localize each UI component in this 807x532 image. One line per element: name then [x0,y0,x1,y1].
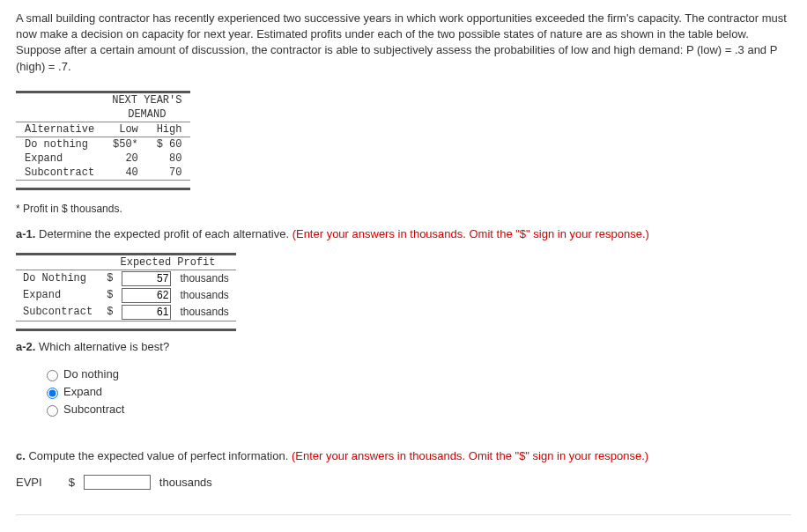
evpi-label: EVPI [16,476,42,489]
divider [16,514,791,515]
dollar-sign: $ [100,270,115,287]
dollar-sign: $ [100,304,115,321]
cell-low: 40 [103,166,147,181]
a1-label: a-1. [16,227,35,240]
do-nothing-input[interactable] [122,271,171,286]
cell-low: 20 [103,151,147,166]
a2-text: Which alternative is best? [35,340,169,353]
payoff-header-sub: DEMAND [103,107,190,122]
cell-high: 80 [147,151,191,166]
radio-label: Do nothing [63,367,119,381]
col-alternative: Alternative [16,122,103,137]
row-label: Subcontract [16,304,100,321]
expand-input[interactable] [122,288,171,303]
a2-label: a-2. [16,340,35,353]
dollar-sign: $ [100,287,115,304]
unit-label: thousands [178,304,235,321]
radio-subcontract[interactable] [47,405,58,417]
cell-alt: Subcontract [16,166,103,181]
evpi-input[interactable] [84,475,151,490]
table-row: Do nothing $50* $ 60 [16,137,190,151]
cell-high: $ 60 [147,137,191,151]
expected-profit-header: Expected Profit [100,254,236,270]
table-row: Expand 20 80 [16,151,190,166]
table-row: Subcontract $ thousands [16,304,236,321]
dollar-sign: $ [69,476,75,489]
table-row: Expand $ thousands [16,287,236,304]
footnote: * Profit in $ thousands. [16,203,791,215]
a1-red-instruction: (Enter your answers in thousands. Omit t… [292,227,649,240]
row-label: Do Nothing [16,270,100,287]
unit-label: thousands [178,270,235,287]
col-high: High [147,122,191,137]
cell-low: $50* [103,137,147,151]
c-label: c. [16,449,26,462]
question-a2: a-2. Which alternative is best? [16,340,791,353]
unit-label: thousands [159,476,212,489]
cell-high: 70 [147,166,191,181]
col-low: Low [103,122,147,137]
radio-label: Expand [63,385,102,398]
alternative-radio-group: Do nothing Expand Subcontract [42,366,791,418]
cell-alt: Expand [16,151,103,166]
question-c: c. Compute the expected value of perfect… [16,449,791,462]
evpi-row: EVPI $ thousands [16,475,791,490]
payoff-table: NEXT YEAR'S DEMAND Alternative Low High … [16,91,190,190]
payoff-header-top: NEXT YEAR'S [103,92,190,107]
a1-text: Determine the expected profit of each al… [35,227,292,240]
expected-profit-table: Expected Profit Do Nothing $ thousands E… [16,253,236,331]
cell-alt: Do nothing [16,137,103,151]
c-text: Compute the expected value of perfect in… [26,449,292,462]
table-row: Subcontract 40 70 [16,166,190,181]
c-red-instruction: (Enter your answers in thousands. Omit t… [292,449,648,462]
unit-label: thousands [178,287,235,304]
problem-statement: A small building contractor has recently… [16,11,791,75]
subcontract-input[interactable] [122,305,171,320]
radio-expand[interactable] [47,388,58,399]
table-row: Do Nothing $ thousands [16,270,236,287]
question-a1: a-1. Determine the expected profit of ea… [16,227,791,240]
radio-do-nothing[interactable] [47,370,58,381]
row-label: Expand [16,287,100,304]
radio-label: Subcontract [63,403,124,416]
